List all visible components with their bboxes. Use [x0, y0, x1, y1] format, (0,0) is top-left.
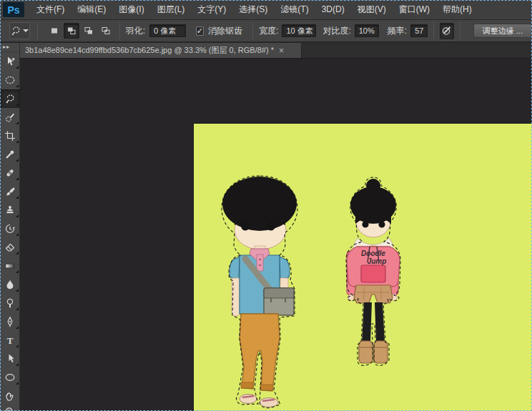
subtract-from-selection-icon: [84, 26, 94, 36]
menu-file[interactable]: 文件(F): [30, 0, 71, 19]
elliptical-marquee-icon: [4, 74, 16, 86]
tools-panel: ▸▸: [0, 43, 20, 411]
subtract-from-selection-button[interactable]: [81, 23, 97, 39]
marquee-tool[interactable]: [0, 71, 20, 89]
menu-filter[interactable]: 滤镜(T): [274, 0, 315, 19]
pen-pressure-icon: [441, 25, 453, 36]
collapse-panel-button[interactable]: ▸▸: [0, 43, 19, 52]
brush-tool[interactable]: [0, 182, 20, 201]
tool-options-bar: 羽化: 0 像素 ✓ 消除锯齿 宽度: 10 像素 对比度: 10% 频率: 5…: [0, 20, 532, 42]
frequency-label: 频率:: [388, 25, 407, 37]
document-canvas[interactable]: Doodle Jump: [193, 123, 532, 411]
divider: [460, 22, 460, 39]
document-title: 3b1a48e89ce14cd99ffbd536b7cb625e.jpg @ 3…: [25, 45, 274, 56]
magnetic-lasso-icon: [10, 25, 21, 36]
hand-tool[interactable]: [0, 387, 20, 405]
hoodie-text-line2: Jump: [368, 257, 387, 265]
magnetic-lasso-icon: [4, 93, 16, 104]
menu-edit[interactable]: 编辑(E): [71, 0, 112, 19]
crop-tool[interactable]: [0, 127, 20, 145]
menu-help[interactable]: 帮助(H): [436, 0, 478, 19]
eraser-icon: [4, 242, 16, 253]
ellipse-shape-icon: [4, 372, 16, 383]
clone-stamp-tool[interactable]: [0, 201, 20, 219]
feather-input[interactable]: 0 像素: [149, 24, 186, 37]
selection-mode-group: [46, 23, 114, 39]
hoodie-text-line1: Doodle: [361, 249, 385, 257]
shape-tool[interactable]: [0, 368, 20, 387]
quick-selection-icon: [4, 112, 16, 123]
add-to-selection-button[interactable]: [64, 23, 79, 39]
intersect-with-selection-button[interactable]: [98, 23, 114, 39]
healing-brush-tool[interactable]: [0, 164, 20, 182]
menu-type[interactable]: 文字(Y): [191, 0, 232, 19]
frequency-input[interactable]: 57: [410, 24, 428, 37]
menu-window[interactable]: 窗口(W): [393, 0, 436, 19]
brush-icon: [4, 186, 16, 197]
new-selection-icon: [49, 26, 59, 36]
dodge-icon: [4, 297, 16, 309]
document-tab-bar: 3b1a48e89ce14cd99ffbd536b7cb625e.jpg @ 3…: [20, 43, 532, 59]
menu-image[interactable]: 图像(I): [112, 0, 150, 19]
zoom-tool[interactable]: [0, 405, 20, 411]
menu-bar: Ps 文件(F) 编辑(E) 图像(I) 图层(L) 文字(Y) 选择(S) 滤…: [0, 0, 532, 20]
width-label: 宽度:: [259, 25, 278, 37]
gradient-tool[interactable]: [0, 257, 20, 275]
type-icon: T: [4, 335, 16, 346]
document-image: Doodle Jump: [194, 124, 532, 411]
history-brush-tool[interactable]: [0, 219, 20, 238]
menu-3d[interactable]: 3D(D): [315, 0, 351, 19]
magnifier-icon: [4, 406, 16, 411]
divider: [433, 22, 434, 39]
quick-selection-tool[interactable]: [0, 108, 20, 127]
menu-view[interactable]: 视图(V): [351, 0, 393, 19]
antialias-checkbox[interactable]: ✓: [196, 26, 204, 36]
dodge-tool[interactable]: [0, 294, 20, 312]
tool-preset-picker[interactable]: [9, 22, 30, 39]
antialias-label[interactable]: 消除锯齿: [208, 25, 242, 37]
water-drop-icon: [4, 279, 16, 290]
divider: [37, 22, 38, 39]
tablet-pressure-button[interactable]: [440, 23, 453, 39]
eyedropper-icon: [4, 149, 16, 160]
pen-tool[interactable]: [0, 312, 20, 331]
add-to-selection-icon: [66, 26, 77, 36]
menu-select[interactable]: 选择(S): [232, 0, 274, 19]
bandage-icon: [4, 167, 16, 179]
contrast-label: 对比度:: [322, 25, 350, 37]
eraser-tool[interactable]: [0, 238, 20, 257]
pen-nib-icon: [4, 316, 16, 327]
feather-label: 羽化:: [126, 25, 145, 37]
document-tab[interactable]: 3b1a48e89ce14cd99ffbd536b7cb625e.jpg @ 3…: [20, 43, 302, 58]
canvas-workspace: Doodle Jump: [20, 59, 532, 411]
divider: [119, 22, 120, 39]
history-brush-icon: [4, 223, 16, 234]
intersect-with-selection-icon: [101, 26, 111, 36]
photoshop-logo: Ps: [3, 2, 24, 17]
close-icon[interactable]: ×: [279, 46, 284, 55]
move-tool[interactable]: [0, 52, 20, 71]
move-icon: [4, 56, 16, 67]
chevron-down-icon: [23, 29, 29, 32]
width-input[interactable]: 10 像素: [282, 24, 316, 37]
blur-tool[interactable]: [0, 275, 20, 294]
refine-edge-button[interactable]: 调整边缘 ...: [473, 24, 532, 38]
path-selection-tool[interactable]: [0, 350, 20, 368]
menu-layer[interactable]: 图层(L): [151, 0, 192, 19]
crop-icon: [4, 130, 16, 142]
divider: [252, 22, 253, 39]
new-selection-button[interactable]: [46, 23, 62, 39]
stamp-icon: [4, 204, 16, 216]
hand-icon: [4, 390, 16, 402]
lasso-tool[interactable]: [0, 89, 20, 108]
selection-arrow-icon: [4, 353, 16, 365]
eyedropper-tool[interactable]: [0, 145, 20, 164]
gradient-icon: [4, 260, 16, 272]
svg-text:T: T: [7, 335, 14, 346]
contrast-input[interactable]: 10%: [355, 24, 379, 37]
type-tool[interactable]: T: [0, 331, 20, 350]
